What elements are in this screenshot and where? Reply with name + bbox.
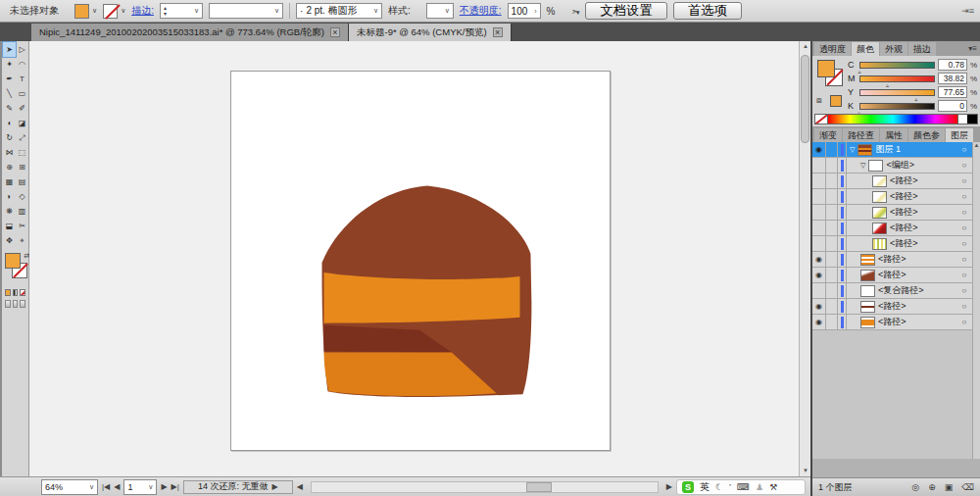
lock-toggle[interactable] [826, 158, 838, 173]
lock-toggle[interactable] [826, 236, 838, 251]
artboard[interactable] [230, 71, 611, 451]
layer-row[interactable]: ◉ ▽ <路径> ○ [812, 236, 972, 252]
cyan-value-input[interactable]: 0.78 [938, 59, 967, 71]
lock-toggle[interactable] [826, 268, 838, 282]
target-circle-icon[interactable]: ○ [956, 299, 972, 314]
target-circle-icon[interactable]: ○ [956, 236, 972, 251]
document-tab-2[interactable]: 未标题-9* @ 64% (CMYK/预览) × [349, 24, 512, 41]
make-clipping-mask-button[interactable]: ◎ [911, 482, 919, 492]
mesh-tool[interactable]: ▦ [3, 174, 16, 189]
stroke-weight-stepper[interactable]: ▴▾∨ [160, 3, 203, 19]
visibility-toggle[interactable]: ◉ [812, 252, 826, 267]
canvas-area[interactable] [29, 41, 810, 476]
brush-definition-select[interactable]: ·2 pt. 椭圆形∨ [296, 3, 382, 19]
draw-inside-button[interactable] [20, 300, 25, 308]
rotate-tool[interactable]: ↻ [3, 130, 16, 145]
tab-layers[interactable]: 图层 [946, 128, 973, 142]
target-circle-icon[interactable]: ○ [956, 268, 972, 282]
target-circle-icon[interactable]: ○ [956, 283, 972, 298]
wrench-icon[interactable]: ⚒ [769, 482, 777, 492]
style-select[interactable]: ∨ [426, 3, 454, 19]
opacity-link[interactable]: 不透明度: [460, 4, 502, 18]
cyan-slider[interactable]: ▵ [859, 62, 935, 69]
scroll-down-icon[interactable]: ▼ [801, 466, 810, 476]
yellow-value-input[interactable]: 77.65 [938, 86, 967, 98]
lock-toggle[interactable] [826, 315, 838, 329]
document-tab-1[interactable]: Nipic_1411249_20100202003515033183.ai* @… [31, 24, 349, 41]
status-menu-icon[interactable]: ▶ [271, 482, 277, 491]
opacity-input[interactable]: 100› [508, 3, 541, 19]
lock-toggle[interactable] [826, 189, 838, 204]
visibility-toggle[interactable]: ◉ [812, 205, 826, 220]
last-artboard-button[interactable]: ▶| [172, 482, 179, 491]
layer-row[interactable]: ◉ ▽ <编组> ○ [812, 158, 972, 174]
target-circle-icon[interactable]: ○ [956, 205, 972, 220]
width-tool[interactable]: ⋈ [3, 145, 16, 160]
blend-tool[interactable]: ◇ [16, 189, 28, 204]
layers-scrollbar[interactable]: ▲ [972, 142, 980, 459]
vertical-scrollbar[interactable]: ▲ ▼ [799, 41, 810, 476]
lock-toggle[interactable] [826, 174, 838, 188]
draw-normal-button[interactable] [5, 300, 11, 308]
disclosure-triangle-icon[interactable]: ▽ [860, 162, 865, 170]
sogou-logo-icon[interactable]: S [682, 481, 694, 493]
undo-status-field[interactable]: 14 次还原: 无重做▶ [183, 480, 293, 494]
moon-icon[interactable]: ☾ [715, 482, 723, 492]
stroke-color-swatch[interactable] [103, 4, 118, 19]
black-value-input[interactable]: 0 [938, 100, 967, 112]
tab-gradient[interactable]: 渐变 [814, 128, 842, 142]
visibility-toggle[interactable]: ◉ [812, 189, 826, 204]
layer-row[interactable]: ◉ ▽ <路径> ○ [812, 252, 972, 268]
tab-stroke[interactable]: 描边 [908, 42, 936, 56]
visibility-toggle[interactable]: ◉ [812, 174, 826, 188]
lock-toggle[interactable] [826, 299, 838, 314]
spectrum-gradient[interactable] [828, 115, 957, 124]
horizontal-scroll-thumb[interactable] [526, 482, 552, 492]
scroll-left-icon[interactable]: ◀ [297, 482, 303, 491]
selection-tool[interactable]: ➤ [3, 42, 16, 57]
preferences-button[interactable]: 首选项 [673, 2, 742, 20]
gradient-tool[interactable]: ▤ [16, 174, 28, 189]
layer-row[interactable]: ◉ ▽ <复合路径> ○ [812, 283, 972, 299]
delete-layer-button[interactable]: ⌫ [961, 482, 974, 492]
scale-tool[interactable]: ⤢ [16, 130, 28, 145]
horizontal-scrollbar[interactable] [311, 481, 659, 493]
variable-width-profile-select[interactable]: ∨ [209, 3, 283, 19]
none-button[interactable] [20, 289, 25, 296]
tab-transparency[interactable]: 透明度 [814, 42, 851, 56]
line-segment-tool[interactable]: ╲ [3, 86, 16, 101]
scroll-up-icon[interactable]: ▲ [801, 41, 810, 52]
chevron-down-icon[interactable]: ▾ [576, 9, 580, 16]
punctuation-icon[interactable]: ’ [729, 482, 731, 492]
web-safe-color-swatch[interactable] [830, 95, 842, 107]
magenta-value-input[interactable]: 38.82 [938, 73, 967, 84]
eraser-tool[interactable]: ◪ [16, 116, 28, 130]
lock-toggle[interactable] [826, 252, 838, 267]
chevron-down-icon[interactable]: ∨ [92, 7, 97, 15]
type-tool[interactable]: T [16, 72, 28, 86]
pencil-tool[interactable]: ✐ [16, 101, 28, 116]
vertical-scroll-thumb[interactable] [801, 55, 809, 143]
artboard-tool[interactable]: ⬓ [3, 219, 16, 233]
column-graph-tool[interactable]: ▥ [16, 204, 28, 219]
ime-language-toggle[interactable]: 英 [700, 480, 710, 494]
lock-toggle[interactable] [826, 142, 838, 157]
visibility-toggle[interactable]: ◉ [812, 268, 826, 282]
none-swatch[interactable] [815, 115, 828, 124]
gradient-button[interactable] [13, 289, 19, 296]
target-circle-icon[interactable]: ○ [956, 189, 972, 204]
tab-attributes[interactable]: 属性 [880, 128, 907, 142]
color-spectrum-bar[interactable] [814, 114, 978, 124]
fill-swatch[interactable] [5, 253, 21, 269]
zoom-tool[interactable]: ⌖ [16, 233, 28, 248]
previous-artboard-button[interactable]: ◀ [114, 482, 120, 491]
disclosure-triangle-icon[interactable]: ▽ [850, 146, 855, 154]
next-artboard-button[interactable]: ▶ [161, 482, 167, 491]
magic-wand-tool[interactable]: ✦ [3, 57, 16, 72]
layer-row[interactable]: ◉ ▽ <路径> ○ [812, 315, 972, 330]
user-icon[interactable]: ♟ [756, 482, 763, 492]
visibility-toggle[interactable]: ◉ [812, 315, 826, 329]
yellow-slider[interactable]: ▵ [859, 89, 935, 96]
slider-marker-icon[interactable]: ▵ [914, 97, 917, 102]
symbol-sprayer-tool[interactable]: ❋ [3, 204, 16, 219]
